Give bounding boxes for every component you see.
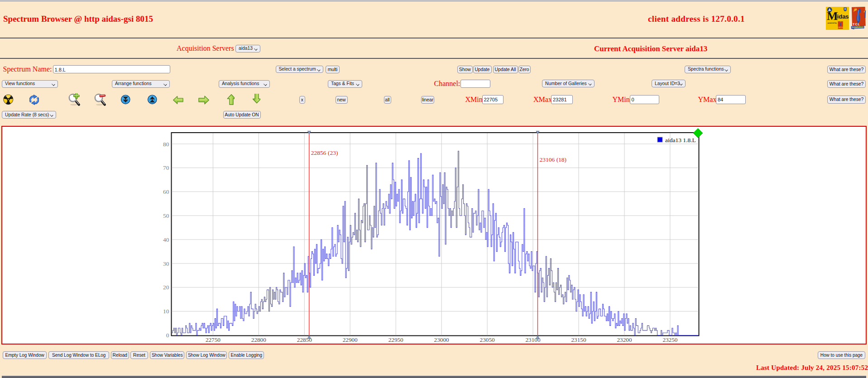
svg-text:23200: 23200 — [617, 336, 632, 343]
svg-text:SCRIPTICS: SCRIPTICS — [837, 27, 844, 29]
svg-text:23100: 23100 — [526, 336, 541, 343]
svg-text:POWERED: POWERED — [852, 26, 863, 29]
svg-text:0: 0 — [166, 332, 169, 339]
svg-text:M: M — [827, 10, 838, 23]
svg-text:30: 30 — [163, 260, 169, 267]
svg-text:idas: idas — [837, 13, 849, 20]
svg-text:60: 60 — [163, 188, 169, 195]
svg-text:50: 50 — [163, 212, 169, 219]
svg-text:40: 40 — [163, 236, 169, 243]
svg-text:22800: 22800 — [251, 336, 266, 343]
svg-text:23250: 23250 — [662, 336, 677, 343]
svg-text:powered by: powered by — [828, 22, 837, 24]
svg-text:23000: 23000 — [434, 336, 449, 343]
svg-text:TCL: TCL — [853, 23, 860, 26]
svg-text:20: 20 — [163, 284, 169, 291]
svg-text:10: 10 — [163, 308, 169, 315]
svg-text:23150: 23150 — [571, 336, 586, 343]
svg-text:23050: 23050 — [480, 336, 495, 343]
svg-text:aida13 1.8.L: aida13 1.8.L — [665, 137, 696, 144]
svg-text:22900: 22900 — [343, 336, 358, 343]
svg-text:22850: 22850 — [297, 336, 312, 343]
svg-text:80: 80 — [163, 141, 169, 148]
svg-text:22856 (23): 22856 (23) — [311, 149, 338, 156]
svg-text:22950: 22950 — [388, 336, 403, 343]
svg-text:22750: 22750 — [206, 336, 221, 343]
svg-text:23106 (18): 23106 (18) — [540, 156, 567, 163]
svg-text:70: 70 — [163, 164, 169, 171]
